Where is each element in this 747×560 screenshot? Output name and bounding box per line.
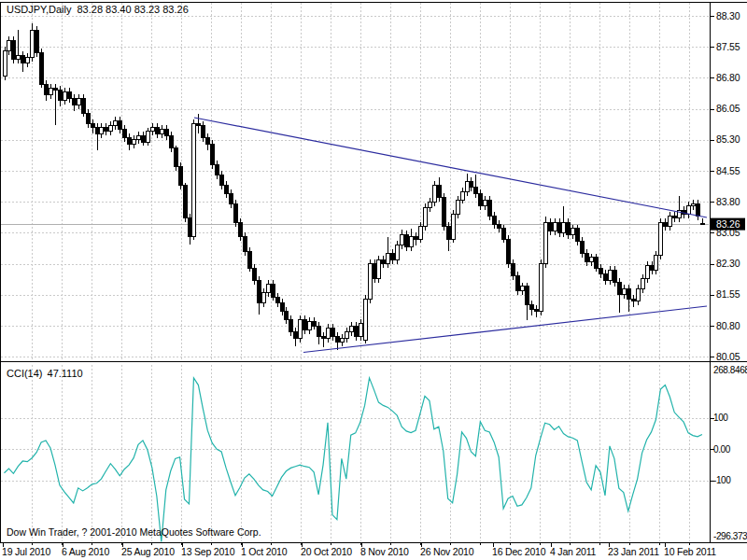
candle-bear [21, 55, 25, 63]
candle-bear [128, 138, 132, 145]
candle-bear [322, 336, 326, 338]
candle-bull [396, 245, 400, 259]
candle-bear [174, 148, 177, 167]
date-axis-label: 20 Oct 2010 [301, 546, 352, 557]
cci-axis-label: 100 [713, 413, 728, 423]
candle-bear [673, 217, 677, 218]
candle-bear [650, 266, 654, 270]
price-pane[interactable] [1, 2, 710, 361]
chart-canvas: 88.3087.5586.8086.0585.3084.5583.8083.05… [0, 0, 747, 560]
candle-bull [655, 256, 658, 270]
symbol-period-label: USDJPY,Daily [7, 4, 72, 15]
candle-bear [183, 186, 187, 218]
candle-bear [595, 258, 599, 268]
chart-title: USDJPY,Daily83.28 83.40 83.23 83.26 [7, 4, 194, 15]
candle-bull [636, 288, 640, 301]
candle-bear [119, 121, 122, 130]
date-axis-label: 23 Jan 2011 [608, 546, 659, 557]
candle-bear [81, 99, 85, 113]
price-axis-label: 82.30 [716, 258, 740, 269]
candle-bear [234, 203, 238, 222]
candle-bear [238, 222, 242, 236]
price-axis-label: 86.05 [716, 103, 740, 114]
candle-bull [562, 222, 566, 232]
candle-bear [211, 144, 215, 164]
candle-bull [692, 203, 696, 205]
price-axis-label: 80.05 [716, 351, 740, 362]
candle-bear [142, 135, 146, 142]
candle-bear [548, 222, 552, 231]
candle-bear [446, 227, 450, 239]
candle-bear [488, 200, 492, 217]
candle-bull [345, 332, 348, 339]
candle-bull [299, 319, 303, 338]
candle-bull [308, 322, 312, 330]
candle-bear [313, 322, 317, 326]
candle-bear [86, 113, 90, 123]
candle-bear [202, 125, 205, 137]
candle-bull [520, 287, 524, 290]
candle-bear [271, 285, 275, 297]
price-axis-label: 80.80 [716, 320, 740, 331]
price-axis-label: 87.55 [716, 41, 740, 52]
candle-bear [557, 222, 561, 232]
date-axis-label: 25 Aug 2010 [121, 546, 175, 557]
candle-bear [188, 218, 191, 237]
date-axis-label: 6 Aug 2010 [62, 546, 109, 557]
candle-bear [45, 84, 49, 94]
candle-bear [534, 309, 538, 311]
candle-bull [645, 266, 649, 278]
candle-bear [373, 264, 376, 278]
candle-bear [525, 287, 529, 305]
candle-bear [470, 181, 473, 188]
candle-bear [317, 326, 321, 336]
candle-bear [164, 130, 168, 136]
indicator-value-label: 47.1110 [48, 368, 83, 379]
candle-bull [266, 285, 270, 293]
candle-bear [294, 332, 298, 339]
candle-bear [225, 186, 229, 194]
price-axis-label: 85.30 [716, 133, 740, 145]
candle-bull [63, 92, 66, 101]
candle-bear [391, 254, 395, 260]
candle-bear [331, 328, 334, 336]
candle-bull [543, 222, 547, 263]
candle-bull [192, 123, 196, 237]
candle-bear [502, 229, 506, 239]
candle-bull [368, 264, 372, 300]
candle-bear [257, 280, 261, 302]
candle-bull [460, 191, 464, 200]
candle-bull [26, 57, 30, 63]
candle-bear [479, 193, 483, 205]
indicator-title: CCI(14)47.1110 [7, 368, 88, 379]
candle-bull [160, 130, 163, 133]
candle-bull [133, 140, 136, 144]
indicator-pane[interactable] [1, 362, 710, 542]
candle-bear [252, 268, 256, 280]
candle-bear [498, 225, 501, 229]
candle-bear [581, 241, 585, 253]
date-axis-label: 13 Sep 2010 [181, 546, 235, 557]
pane-separator[interactable] [0, 359, 747, 365]
price-axis-label: 83.80 [716, 196, 740, 207]
candle-bear [613, 270, 616, 282]
candle-bear [576, 229, 580, 241]
cci-axis-label: -100 [713, 475, 731, 485]
candle-bear [243, 237, 247, 251]
trading-chart-window: 88.3087.5586.8086.0585.3084.5583.8083.05… [0, 0, 747, 560]
price-axis-label: 84.55 [716, 165, 740, 176]
candle-bear [415, 237, 418, 239]
candle-bear [405, 235, 409, 247]
candle-bull [109, 125, 113, 132]
candle-bear [700, 223, 704, 224]
cci-axis-label: 0.00 [713, 444, 731, 455]
candle-bear [599, 268, 603, 274]
candle-bear [529, 305, 533, 309]
candle-bull [377, 259, 381, 278]
candle-bull [432, 186, 436, 203]
candle-bear [230, 193, 233, 203]
candle-bear [354, 326, 358, 336]
candle-bear [178, 167, 182, 186]
candle-bull [17, 55, 21, 59]
candle-bull [659, 222, 663, 255]
